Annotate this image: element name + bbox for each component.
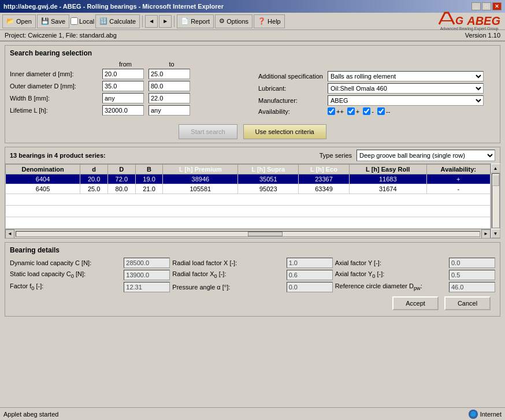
version-info: Version 1.10 [465, 32, 500, 39]
globe-icon: 🌐 [469, 410, 478, 419]
to-header: to [148, 61, 195, 68]
search-grid: from to Inner diameter d [mm]: Outer dia… [10, 61, 495, 117]
col-denomination: Denomination [6, 165, 80, 174]
avail-minus-check[interactable]: - [363, 107, 374, 115]
report-icon: 📄 [181, 17, 189, 25]
report-button[interactable]: 📄 Report [177, 14, 214, 28]
maximize-button[interactable]: □ [482, 2, 491, 10]
search-section-title: Search bearing selection [10, 49, 495, 57]
bottom-status-bar: Applet abeg started 🌐 Internet [0, 407, 505, 420]
field-headers: from to [10, 61, 241, 68]
save-button[interactable]: 💾 Save [37, 14, 69, 28]
dynamic-load-value [124, 258, 170, 268]
cell-D: 80.0 [107, 184, 135, 194]
local-checkbox[interactable] [70, 17, 78, 25]
minimize-button[interactable]: _ [471, 2, 481, 10]
cell-d: 25.0 [80, 184, 108, 194]
cancel-button[interactable]: Cancel [444, 296, 491, 310]
zone-label: Internet [480, 411, 502, 418]
pressure-angle-value [287, 282, 333, 292]
lifetime-row: Lifetime L [h]: [10, 105, 241, 116]
table-row[interactable]: 6404 20.0 72.0 19.0 38946 35051 23367 11… [6, 174, 491, 184]
avail-plus-check[interactable]: + [347, 107, 359, 115]
table-row [6, 217, 491, 229]
hscroll-thumb [248, 232, 283, 236]
accept-button[interactable]: Accept [392, 296, 439, 310]
dynamic-load-label: Dynamic load capacity C [N]: [10, 259, 121, 266]
from-header: from [102, 61, 148, 68]
factor-f0-row: Factor f0 [-]: [10, 282, 170, 292]
lubricant-select[interactable]: Oil:Shell Omala 460 [328, 83, 484, 94]
outer-diameter-to[interactable] [148, 81, 190, 91]
applet-status: Applet abeg started [3, 411, 58, 418]
radial-x-label: Radial load factor X [-]: [172, 259, 284, 266]
type-series-select[interactable]: Deep groove ball bearing (single row) [357, 150, 495, 161]
axial-y-value [449, 258, 495, 268]
axial-y0-label: Axial factor Y0 [-]: [335, 270, 447, 279]
cell-B: 19.0 [135, 174, 163, 184]
options-icon: ⚙ [219, 17, 225, 25]
internet-zone: 🌐 Internet [469, 410, 502, 419]
lifetime-label: Lifetime L [h]: [10, 107, 102, 114]
ref-circle-value [449, 282, 495, 292]
table-row[interactable]: 6405 25.0 80.0 21.0 105581 95023 63349 3… [6, 184, 491, 194]
cell-d: 20.0 [80, 174, 108, 184]
open-button[interactable]: 📂 Open [2, 14, 36, 28]
avail-plusplus-checkbox[interactable] [328, 107, 335, 115]
avail-plusplus-check[interactable]: ++ [328, 107, 344, 115]
cell-B: 21.0 [135, 184, 163, 194]
availability-label: Availability: [258, 108, 328, 115]
title-bar: http://abeg.gwj.de - ABEG - Rolling bear… [0, 0, 505, 13]
axial-y-label: Axial factor Y [-]: [335, 259, 447, 266]
status-bar: Project: Cwiczenie 1, File: standard.abg… [0, 30, 505, 42]
start-search-button[interactable]: Start search [179, 124, 237, 139]
search-buttons-row: Start search Use selection criteria [10, 122, 495, 139]
cell-denomination: 6405 [6, 184, 80, 194]
lifetime-to[interactable] [148, 105, 190, 116]
search-section: Search bearing selection from to Inner d… [5, 45, 500, 143]
inner-diameter-from[interactable] [102, 69, 144, 79]
cell-denomination: 6404 [6, 174, 80, 184]
hscroll-track[interactable] [16, 231, 480, 237]
details-grid: Dynamic load capacity C [N]: Static load… [10, 258, 495, 294]
avail-minusminus-check[interactable]: -- [377, 107, 390, 115]
vscroll-up-button[interactable]: ▲ [491, 163, 500, 173]
pressure-angle-label: Pressure angle α [°]: [172, 284, 284, 291]
lifetime-from[interactable] [102, 105, 144, 116]
lubricant-row: Lubricant: Oil:Shell Omala 460 [258, 83, 495, 94]
help-button[interactable]: ❓ Help [254, 14, 285, 28]
width-from[interactable] [102, 93, 144, 103]
width-to[interactable] [148, 93, 190, 103]
results-table-inner: Denomination d D B L [h] Premium L [h] S… [5, 163, 491, 238]
col-availability: Availability: [426, 165, 490, 174]
search-right-col: Additional specification Balls as rollin… [252, 61, 495, 117]
vscroll-down-button[interactable]: ▼ [491, 229, 500, 238]
options-button[interactable]: ⚙ Options [215, 14, 252, 28]
close-button[interactable]: ✕ [492, 2, 502, 10]
avail-plus-checkbox[interactable] [347, 107, 355, 115]
cell-easyroll: 31674 [349, 184, 426, 194]
avail-minusminus-checkbox[interactable] [377, 107, 385, 115]
forward-button[interactable]: ► [159, 15, 172, 28]
ref-circle-row: Reference circle diameter Dpw: [335, 282, 495, 292]
additional-spec-select[interactable]: Balls as rolling element [328, 71, 484, 81]
radial-x0-row: Radial factor X0 [-]: [172, 270, 332, 280]
results-table: Denomination d D B L [h] Premium L [h] S… [5, 164, 491, 229]
outer-diameter-from[interactable] [102, 81, 144, 91]
width-label: Width B [mm]: [10, 95, 102, 102]
avail-minus-checkbox[interactable] [363, 107, 370, 115]
factor-f0-label: Factor f0 [-]: [10, 283, 121, 291]
calculate-button[interactable]: 🔢 Calculate [95, 14, 140, 28]
vscroll-track[interactable] [492, 173, 500, 228]
outer-diameter-label: Outer diameter D [mm]: [10, 83, 102, 90]
details-mid-col: Radial load factor X [-]: Radial factor … [172, 258, 332, 294]
manufacturer-row: Manufacturer: ABEG [258, 95, 495, 106]
back-button[interactable]: ◄ [145, 15, 158, 28]
manufacturer-select[interactable]: ABEG [328, 95, 484, 106]
hscroll-left-button[interactable]: ◄ [5, 229, 14, 239]
use-criteria-button[interactable]: Use selection criteria [243, 124, 326, 139]
vscroll-thumb [492, 174, 499, 186]
hscroll-right-button[interactable]: ► [481, 229, 491, 239]
col-B: B [135, 165, 163, 174]
inner-diameter-to[interactable] [148, 69, 190, 79]
